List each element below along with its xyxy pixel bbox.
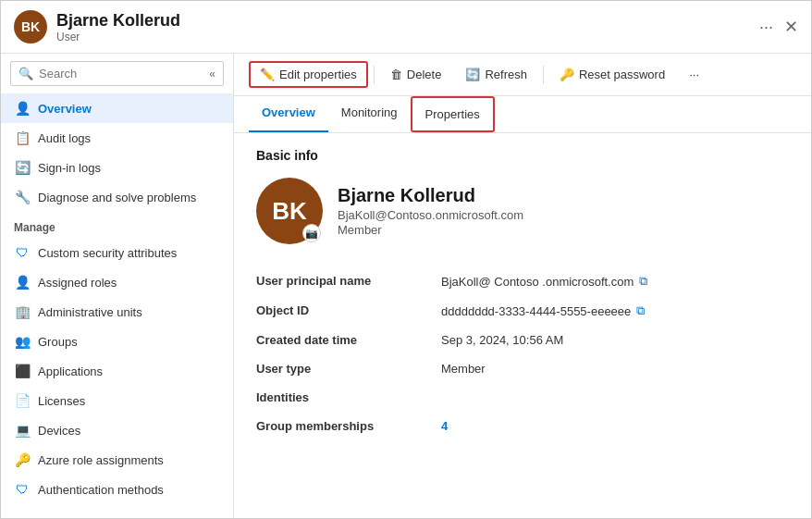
reset-password-button[interactable]: 🔑 Reset password (549, 62, 675, 87)
user-type-label: User type (256, 362, 441, 376)
profile-name: Bjarne Kollerud (338, 185, 523, 206)
header-name: Bjarne Kollerud (56, 11, 748, 31)
created-date-value: Sep 3, 2024, 10:56 AM (441, 333, 563, 347)
group-memberships-count[interactable]: 4 (441, 419, 448, 433)
header-more-icon[interactable]: ··· (759, 18, 773, 37)
sidebar-item-diagnose-label: Diagnose and solve problems (38, 191, 196, 204)
info-row-object-id: Object ID dddddddd-3333-4444-5555-eeeeee… (256, 296, 789, 326)
azure-roles-icon: 🔑 (14, 451, 31, 468)
copy-upn-icon[interactable]: ⧉ (639, 274, 647, 289)
edit-icon: ✏️ (260, 68, 275, 81)
more-actions-button[interactable]: ··· (679, 62, 709, 87)
custom-security-icon: 🛡 (14, 244, 31, 261)
upn-label: User principal name (256, 274, 441, 288)
tab-properties[interactable]: Properties (411, 96, 495, 132)
sidebar-item-audit-logs-label: Audit logs (38, 131, 91, 145)
manage-section-label: Manage (1, 212, 233, 238)
object-id-value: dddddddd-3333-4444-5555-eeeeee ⧉ (441, 303, 645, 318)
created-date-label: Created date time (256, 333, 441, 347)
header-subtitle: User (56, 31, 748, 43)
search-icon: 🔍 (18, 67, 33, 80)
audit-logs-icon: 📋 (14, 130, 31, 146)
camera-icon[interactable]: 📷 (302, 224, 321, 242)
main-content: ✏️ Edit properties 🗑 Delete 🔄 Refresh 🔑 … (234, 54, 811, 518)
basic-info-title: Basic info (256, 148, 789, 163)
sidebar-item-groups-label: Groups (38, 335, 78, 349)
toolbar-separator-2 (543, 66, 544, 84)
profile-avatar: BK 📷 (256, 178, 323, 244)
sidebar-item-assigned-roles[interactable]: 👤 Assigned roles (1, 267, 233, 297)
diagnose-icon: 🔧 (14, 189, 31, 205)
sidebar-item-applications-label: Applications (38, 365, 103, 378)
header-avatar: BK (14, 10, 47, 43)
edit-properties-button[interactable]: ✏️ Edit properties (249, 61, 368, 88)
devices-icon: 💻 (14, 422, 31, 439)
copy-object-id-icon[interactable]: ⧉ (636, 303, 645, 318)
sidebar-item-admin-units[interactable]: 🏢 Administrative units (1, 297, 233, 327)
overview-icon: 👤 (14, 100, 31, 117)
sidebar-item-azure-roles-label: Azure role assignments (38, 453, 164, 467)
tab-monitoring[interactable]: Monitoring (328, 96, 411, 132)
collapse-icon[interactable]: « (209, 68, 215, 80)
sidebar-item-sign-in-logs-label: Sign-in logs (38, 161, 101, 175)
user-profile: BK 📷 Bjarne Kollerud BjaKoll@Contoso.onm… (256, 178, 789, 244)
sidebar-item-diagnose[interactable]: 🔧 Diagnose and solve problems (1, 182, 233, 212)
profile-role: Member (338, 223, 523, 237)
auth-methods-icon: 🛡 (14, 481, 31, 498)
admin-units-icon: 🏢 (14, 303, 31, 320)
profile-email: BjaKoll@Contoso.onmicrosoft.com (338, 208, 523, 222)
info-row-group-memberships: Group memberships 4 (256, 412, 789, 440)
sidebar-item-audit-logs[interactable]: 📋 Audit logs (1, 123, 233, 153)
user-type-value: Member (441, 362, 486, 376)
delete-button[interactable]: 🗑 Delete (380, 62, 452, 87)
sidebar-item-auth-methods-label: Authentication methods (38, 483, 164, 497)
sidebar-item-devices-label: Devices (38, 424, 80, 438)
licenses-icon: 📄 (14, 392, 31, 409)
group-memberships-label: Group memberships (256, 419, 441, 433)
content-area: Basic info BK 📷 Bjarne Kollerud BjaKoll@… (234, 133, 811, 518)
toolbar-separator-1 (374, 66, 375, 84)
sidebar-item-azure-roles[interactable]: 🔑 Azure role assignments (1, 445, 233, 475)
sidebar-item-applications[interactable]: ⬛ Applications (1, 356, 233, 386)
info-row-user-type: User type Member (256, 354, 789, 383)
group-memberships-value: 4 (441, 419, 448, 433)
groups-icon: 👥 (14, 333, 31, 350)
sidebar: 🔍 « 👤 Overview 📋 Audit logs 🔄 Sign-in lo… (1, 54, 234, 518)
sidebar-item-assigned-roles-label: Assigned roles (38, 276, 117, 290)
info-row-created-date: Created date time Sep 3, 2024, 10:56 AM (256, 326, 789, 354)
search-box[interactable]: 🔍 « (10, 61, 224, 86)
close-button[interactable]: ✕ (784, 19, 798, 35)
info-row-identities: Identities (256, 383, 789, 412)
object-id-label: Object ID (256, 303, 441, 317)
sidebar-item-groups[interactable]: 👥 Groups (1, 327, 233, 356)
body: 🔍 « 👤 Overview 📋 Audit logs 🔄 Sign-in lo… (1, 54, 811, 518)
applications-icon: ⬛ (14, 363, 31, 379)
sidebar-item-licenses[interactable]: 📄 Licenses (1, 386, 233, 415)
refresh-icon: 🔄 (465, 68, 480, 81)
info-row-upn: User principal name BjaKoll@ Contoso .on… (256, 266, 789, 296)
reset-password-icon: 🔑 (560, 68, 574, 81)
sidebar-item-overview-label: Overview (38, 102, 92, 116)
upn-value: BjaKoll@ Contoso .onmicrosoft.com ⧉ (441, 274, 647, 289)
sidebar-item-overview[interactable]: 👤 Overview (1, 93, 233, 123)
toolbar: ✏️ Edit properties 🗑 Delete 🔄 Refresh 🔑 … (234, 54, 811, 96)
info-table: User principal name BjaKoll@ Contoso .on… (256, 266, 789, 440)
delete-icon: 🗑 (390, 68, 402, 81)
sidebar-item-auth-methods[interactable]: 🛡 Authentication methods (1, 475, 233, 504)
sidebar-item-devices[interactable]: 💻 Devices (1, 415, 233, 445)
sidebar-item-custom-security[interactable]: 🛡 Custom security attributes (1, 238, 233, 267)
header: BK Bjarne Kollerud User ··· ✕ (1, 1, 811, 54)
search-input[interactable] (39, 67, 209, 80)
tabs-bar: Overview Monitoring Properties (234, 96, 811, 133)
sidebar-item-licenses-label: Licenses (38, 394, 85, 408)
app-container: BK Bjarne Kollerud User ··· ✕ 🔍 « 👤 Over… (1, 1, 811, 518)
tab-overview[interactable]: Overview (249, 96, 328, 132)
sidebar-item-sign-in-logs[interactable]: 🔄 Sign-in logs (1, 153, 233, 182)
sign-in-logs-icon: 🔄 (14, 159, 31, 176)
refresh-button[interactable]: 🔄 Refresh (455, 62, 537, 87)
identities-label: Identities (256, 390, 441, 404)
profile-details: Bjarne Kollerud BjaKoll@Contoso.onmicros… (338, 185, 523, 237)
sidebar-item-admin-units-label: Administrative units (38, 305, 142, 319)
header-info: Bjarne Kollerud User (56, 11, 748, 43)
sidebar-item-custom-security-label: Custom security attributes (38, 246, 177, 260)
